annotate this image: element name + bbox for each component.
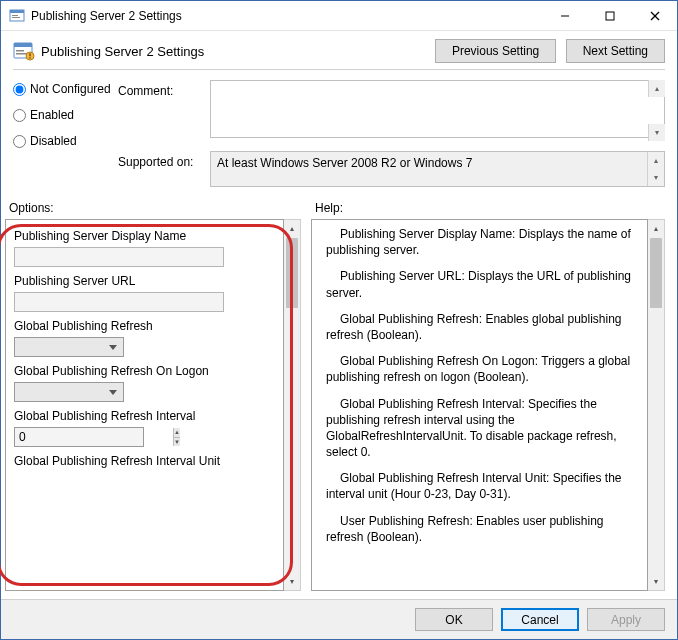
help-label: Help:: [311, 201, 665, 219]
config-section: Not Configured Enabled Disabled Comment:…: [1, 70, 677, 193]
help-body: Publishing Server Display Name: Displays…: [311, 219, 648, 591]
policy-icon: [13, 40, 35, 62]
radio-enabled-label: Enabled: [30, 108, 74, 122]
option-global-refresh-interval-unit-label: Global Publishing Refresh Interval Unit: [14, 454, 275, 468]
help-p7: User Publishing Refresh: Enables user pu…: [326, 513, 637, 545]
radio-enabled[interactable]: Enabled: [13, 108, 118, 122]
scroll-down-icon[interactable]: ▾: [647, 169, 664, 186]
window-title: Publishing Server 2 Settings: [31, 9, 542, 23]
state-radios: Not Configured Enabled Disabled: [13, 80, 118, 187]
options-body: Publishing Server Display Name Publishin…: [5, 219, 284, 591]
svg-rect-2: [12, 15, 18, 16]
radio-enabled-input[interactable]: [13, 109, 26, 122]
svg-rect-14: [29, 57, 30, 58]
option-global-refresh-logon-label: Global Publishing Refresh On Logon: [14, 364, 275, 378]
spinner-down-icon[interactable]: ▼: [174, 438, 180, 447]
radio-disabled-input[interactable]: [13, 135, 26, 148]
svg-rect-3: [12, 17, 20, 18]
help-pane: Help: Publishing Server Display Name: Di…: [311, 201, 665, 591]
help-p2: Publishing Server URL: Displays the URL …: [326, 268, 637, 300]
scroll-up-icon[interactable]: ▴: [648, 220, 664, 237]
main: Options: Publishing Server Display Name …: [1, 193, 677, 599]
spinner-up-icon[interactable]: ▲: [174, 428, 180, 438]
option-global-refresh-interval-label: Global Publishing Refresh Interval: [14, 409, 275, 423]
option-url-label: Publishing Server URL: [14, 274, 275, 288]
svg-rect-1: [10, 10, 24, 13]
scrollbar-thumb[interactable]: [286, 238, 298, 308]
comment-input[interactable]: [210, 80, 665, 138]
scroll-down-icon[interactable]: ▾: [648, 124, 665, 141]
button-bar: OK Cancel Apply: [1, 599, 677, 639]
help-p6: Global Publishing Refresh Interval Unit:…: [326, 470, 637, 502]
radio-disabled[interactable]: Disabled: [13, 134, 118, 148]
svg-rect-11: [16, 53, 27, 55]
settings-window: Publishing Server 2 Settings: [0, 0, 678, 640]
apply-button[interactable]: Apply: [587, 608, 665, 631]
svg-rect-10: [16, 50, 24, 52]
previous-setting-button[interactable]: Previous Setting: [435, 39, 556, 63]
options-label: Options:: [5, 201, 301, 219]
comment-scrollbar[interactable]: ▴ ▾: [648, 80, 665, 141]
ok-button[interactable]: OK: [415, 608, 493, 631]
option-global-refresh-interval-spinner[interactable]: ▲ ▼: [14, 427, 144, 447]
scroll-down-icon[interactable]: ▾: [648, 573, 664, 590]
help-p5: Global Publishing Refresh Interval: Spec…: [326, 396, 637, 461]
option-display-name-input[interactable]: [14, 247, 224, 267]
option-global-refresh-interval-input[interactable]: [15, 428, 173, 446]
scrollbar-thumb[interactable]: [650, 238, 662, 308]
option-url-input[interactable]: [14, 292, 224, 312]
help-p1: Publishing Server Display Name: Displays…: [326, 226, 637, 258]
svg-rect-13: [29, 53, 30, 56]
option-global-refresh-label: Global Publishing Refresh: [14, 319, 275, 333]
comment-label: Comment:: [118, 80, 204, 98]
option-global-refresh-combo[interactable]: [14, 337, 124, 357]
minimize-button[interactable]: [542, 1, 587, 30]
scroll-down-icon[interactable]: ▾: [284, 573, 300, 590]
close-button[interactable]: [632, 1, 677, 30]
radio-not-configured-label: Not Configured: [30, 82, 111, 96]
cancel-button[interactable]: Cancel: [501, 608, 579, 631]
help-scrollbar[interactable]: ▴ ▾: [648, 219, 665, 591]
options-pane: Options: Publishing Server Display Name …: [5, 201, 301, 591]
maximize-button[interactable]: [587, 1, 632, 30]
titlebar: Publishing Server 2 Settings: [1, 1, 677, 31]
supported-label: Supported on:: [118, 151, 204, 169]
option-global-refresh-logon-combo[interactable]: [14, 382, 124, 402]
help-p4: Global Publishing Refresh On Logon: Trig…: [326, 353, 637, 385]
option-display-name-label: Publishing Server Display Name: [14, 229, 275, 243]
page-title: Publishing Server 2 Settings: [41, 44, 429, 59]
scroll-up-icon[interactable]: ▴: [648, 80, 665, 97]
scroll-up-icon[interactable]: ▴: [647, 152, 664, 169]
supported-scrollbar[interactable]: ▴ ▾: [647, 152, 664, 186]
help-p3: Global Publishing Refresh: Enables globa…: [326, 311, 637, 343]
supported-on-value: At least Windows Server 2008 R2 or Windo…: [217, 156, 472, 170]
options-scrollbar[interactable]: ▴ ▾: [284, 219, 301, 591]
next-setting-button[interactable]: Next Setting: [566, 39, 665, 63]
svg-rect-5: [606, 12, 614, 20]
supported-on-box: At least Windows Server 2008 R2 or Windo…: [210, 151, 665, 187]
header: Publishing Server 2 Settings Previous Se…: [1, 31, 677, 69]
app-icon: [9, 8, 25, 24]
scroll-up-icon[interactable]: ▴: [284, 220, 300, 237]
radio-not-configured-input[interactable]: [13, 83, 26, 96]
radio-not-configured[interactable]: Not Configured: [13, 82, 118, 96]
radio-disabled-label: Disabled: [30, 134, 77, 148]
svg-rect-9: [14, 43, 32, 47]
window-controls: [542, 1, 677, 30]
